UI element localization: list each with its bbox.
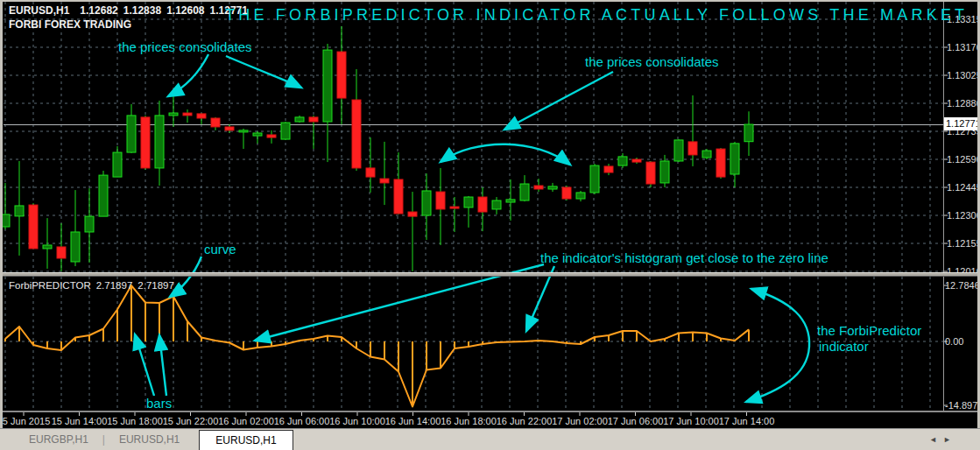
window-border-top bbox=[0, 0, 980, 2]
candle-14 bbox=[197, 113, 206, 124]
price-label-1.13025: 1.13025 bbox=[947, 70, 980, 81]
chart-canvas[interactable] bbox=[0, 0, 980, 428]
arrow-bars-label-2[interactable] bbox=[159, 335, 166, 396]
candle-2 bbox=[29, 203, 38, 249]
arrow-curve-label[interactable] bbox=[170, 257, 201, 297]
time-label-6: 16 Jun 10:00 bbox=[329, 416, 385, 426]
candle-33 bbox=[464, 196, 473, 228]
candle-21 bbox=[295, 116, 304, 123]
candle-46 bbox=[646, 161, 655, 187]
indicator-header: ForbiPREDICTOR2.718972.71897 bbox=[9, 280, 180, 291]
candle-27 bbox=[380, 142, 389, 205]
indicator-value-1: 2.71897 bbox=[96, 280, 133, 291]
annotation-histogram-note[interactable]: the indicator's histogram get close to t… bbox=[540, 250, 828, 265]
high-value: 1.12838 bbox=[123, 4, 161, 17]
price-label-1.12445: 1.12445 bbox=[947, 182, 980, 193]
candle-12 bbox=[169, 94, 178, 127]
candle-13 bbox=[183, 109, 192, 123]
arrow-from-right-consolidation-label[interactable] bbox=[504, 72, 613, 130]
time-label-11: 17 Jun 06:00 bbox=[608, 416, 664, 426]
time-label-13: 17 Jun 14:00 bbox=[719, 416, 775, 426]
open-value: 1.12682 bbox=[80, 4, 117, 17]
candle-32 bbox=[450, 197, 459, 232]
candle-6 bbox=[85, 188, 94, 263]
candle-45 bbox=[632, 158, 641, 164]
tab-scroll-right-button[interactable]: ► bbox=[943, 435, 951, 444]
time-label-7: 16 Jun 14:00 bbox=[385, 416, 441, 426]
candle-40 bbox=[562, 186, 571, 200]
price-label-1.13170: 1.13170 bbox=[947, 42, 980, 53]
annotation-arrows[interactable] bbox=[135, 54, 809, 402]
pane-separator[interactable] bbox=[0, 272, 980, 277]
indicator-scale-label-12.78464: 12.78464 bbox=[945, 280, 980, 291]
candle-48 bbox=[674, 139, 683, 162]
price-label-1.12300: 1.12300 bbox=[947, 210, 980, 221]
candle-37 bbox=[520, 175, 529, 201]
window-border-left bbox=[0, 0, 3, 428]
tab-scroll-left-button[interactable]: ◄ bbox=[929, 435, 937, 444]
symbol-ohlc-header: EURUSD,H11.126821.128381.126081.12771 bbox=[9, 4, 253, 17]
mt4-window: { "window": { "symbol_header": {"symbol"… bbox=[0, 0, 980, 450]
arrow-to-right-of-left-consolidation[interactable] bbox=[226, 56, 301, 88]
candle-26 bbox=[366, 137, 375, 193]
candle-9 bbox=[127, 104, 136, 153]
candle-49 bbox=[688, 95, 697, 166]
candle-50 bbox=[702, 149, 711, 159]
candle-34 bbox=[478, 187, 487, 231]
double-arrow-under-right-consolidation[interactable] bbox=[441, 144, 570, 165]
symbol-label: EURUSD,H1 bbox=[9, 4, 69, 17]
candle-52 bbox=[730, 142, 739, 187]
time-label-12: 17 Jun 10:00 bbox=[663, 416, 719, 426]
time-label-8: 16 Jun 18:00 bbox=[441, 416, 497, 426]
arrow-bars-label-1[interactable] bbox=[135, 334, 154, 396]
candle-42 bbox=[590, 164, 599, 194]
time-axis-separator bbox=[0, 411, 980, 412]
candle-17 bbox=[239, 129, 248, 149]
candle-29 bbox=[408, 192, 417, 271]
price-axis-line bbox=[943, 2, 944, 411]
candle-41 bbox=[576, 191, 585, 201]
candle-20 bbox=[281, 122, 290, 140]
candle-1 bbox=[15, 161, 24, 256]
bid-price-label: 1.12771 bbox=[944, 117, 980, 130]
candle-51 bbox=[716, 148, 725, 179]
candle-5 bbox=[71, 190, 80, 266]
candle-3 bbox=[43, 218, 52, 269]
candle-28 bbox=[394, 152, 403, 214]
annotation-forbipredictor-note-line1[interactable]: the ForbiPredictor bbox=[817, 323, 921, 338]
time-label-4: 16 Jun 02:00 bbox=[218, 416, 274, 426]
time-label-10: 17 Jun 02:00 bbox=[552, 416, 608, 426]
candle-8 bbox=[113, 146, 122, 177]
annotation-curve[interactable]: curve bbox=[204, 242, 236, 257]
time-label-2: 15 Jun 18:00 bbox=[107, 416, 163, 426]
candle-36 bbox=[506, 179, 515, 221]
indicator-scale-label--14.897: -14.897 bbox=[945, 400, 977, 411]
price-label-1.12880: 1.12880 bbox=[947, 98, 980, 109]
candle-35 bbox=[492, 197, 501, 214]
chart-area[interactable]: EURUSD,H11.126821.128381.126081.12771 FO… bbox=[0, 0, 980, 428]
indicator-scale-label-0.00: 0.00 bbox=[945, 336, 963, 347]
candle-22 bbox=[309, 116, 318, 149]
candle-53 bbox=[744, 111, 753, 156]
time-label-9: 16 Jun 22:00 bbox=[497, 416, 553, 426]
chart-tabs-bar: EURGBP,H1|EURUSD,H1EURUSD,H1 bbox=[0, 428, 980, 450]
annotation-bars[interactable]: bars bbox=[146, 396, 172, 411]
candle-4 bbox=[57, 223, 66, 271]
candle-19 bbox=[267, 130, 276, 144]
candle-18 bbox=[253, 131, 262, 144]
chart-tab-1-eurusd-h1[interactable]: EURUSD,H1 bbox=[119, 433, 180, 446]
candle-44 bbox=[618, 153, 627, 168]
annotation-consolidates-right[interactable]: the prices consolidates bbox=[585, 54, 719, 69]
annotation-consolidates-left[interactable]: the prices consolidates bbox=[118, 39, 252, 54]
annotation-forbipredictor-note-line2[interactable]: indicator bbox=[819, 339, 869, 354]
watermark-text: FORBI FOREX TRADING bbox=[9, 18, 131, 31]
chart-tab-0-eurgbp-h1[interactable]: EURGBP,H1 bbox=[29, 433, 88, 446]
candle-30 bbox=[422, 173, 431, 240]
indicator-value-2: 2.71897 bbox=[137, 280, 174, 291]
candle-31 bbox=[436, 168, 445, 245]
indicator-name: ForbiPREDICTOR bbox=[9, 280, 91, 291]
title-annotation[interactable]: THE FORBIPREDICTOR INDICATOR ACTUALLY FO… bbox=[225, 6, 968, 25]
chart-tab-2-eurusd-h1[interactable]: EURUSD,H1 bbox=[199, 430, 293, 450]
candle-15 bbox=[211, 117, 220, 130]
brace-arrow-forbipredictor[interactable] bbox=[746, 289, 809, 402]
